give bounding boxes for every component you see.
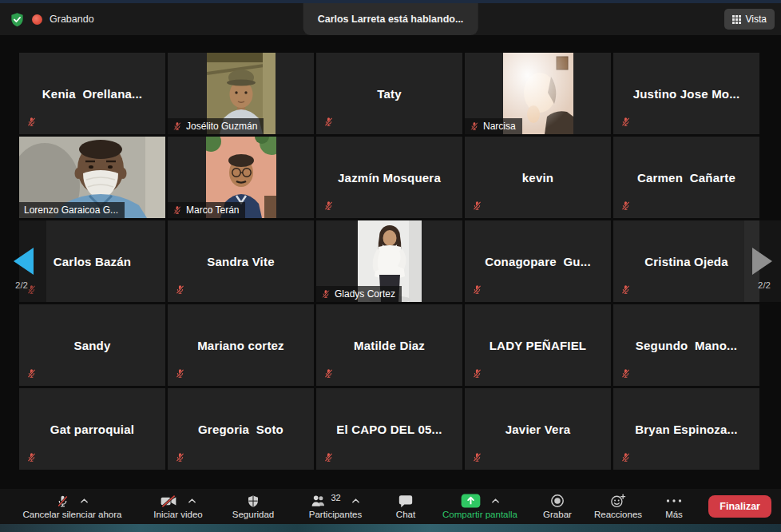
view-button[interactable]: Vista (724, 9, 775, 30)
reactions-button[interactable]: Reacciones (584, 489, 652, 524)
record-button[interactable]: Grabar (531, 489, 584, 524)
participant-label: Lorenzo Garaicoa G... (19, 202, 125, 218)
participant-tile[interactable]: Bryan Espinoza... (613, 388, 759, 470)
participant-name: Cristina Ojeda (613, 220, 759, 302)
participant-name: Josélito Guzmán (186, 121, 257, 132)
participant-tile[interactable]: Gat parroquial (19, 388, 165, 470)
audio-options-chevron[interactable] (80, 498, 89, 504)
muted-mic-icon (175, 452, 185, 463)
more-label: Más (665, 510, 683, 520)
participant-tile[interactable]: Marco Terán (168, 137, 314, 218)
participant-name: Sandra Vite (168, 220, 314, 302)
muted-mic-icon (172, 205, 182, 215)
muted-mic-icon (472, 452, 482, 463)
participant-name: Matilde Diaz (316, 304, 462, 386)
participant-tile[interactable]: Sandra Vite (168, 220, 314, 302)
active-speaker-banner: Carlos Larreta está hablando... (303, 3, 478, 35)
participant-tile[interactable]: Lorenzo Garaicoa G... (19, 137, 165, 218)
muted-mic-icon (26, 117, 37, 127)
muted-mic-icon (620, 452, 631, 463)
participants-label: Participantes (309, 510, 362, 520)
participant-name: Kenia Orellana... (19, 53, 165, 134)
muted-mic-icon (472, 368, 482, 379)
share-screen-icon (461, 494, 481, 508)
participant-tile[interactable]: kevin (465, 137, 611, 218)
participant-name: Lorenzo Garaicoa G... (24, 204, 118, 216)
unmute-label: Cancelar silenciar ahora (22, 510, 121, 520)
view-button-label: Vista (746, 14, 767, 25)
participant-tile[interactable]: Justino Jose Mo... (613, 53, 759, 134)
participant-label: Narcisa (465, 118, 522, 134)
participant-name: Bryan Espinoza... (613, 388, 759, 470)
more-button[interactable]: Más (652, 489, 696, 524)
record-icon (550, 494, 565, 508)
muted-mic-icon (26, 452, 37, 463)
participant-name: Justino Jose Mo... (613, 53, 759, 134)
participant-tile[interactable]: Sandy (19, 304, 165, 386)
participant-label: Josélito Guzmán (168, 118, 264, 134)
muted-mic-icon (175, 368, 185, 379)
recording-status: Grabando (10, 3, 94, 35)
participant-tile[interactable]: El CAPO DEL 05... (316, 388, 462, 470)
participant-tile[interactable]: Conagopare Gu... (465, 220, 611, 302)
participant-name: LADY PEÑAFIEL (465, 304, 611, 386)
participant-tile[interactable]: Gladys Cortez (316, 220, 462, 302)
participant-name: Narcisa (483, 121, 516, 132)
start-video-label: Iniciar video (153, 510, 202, 520)
muted-mic-icon (620, 117, 631, 127)
participants-options-chevron[interactable] (351, 498, 360, 504)
participant-tile[interactable]: Cristina Ojeda (613, 220, 759, 302)
share-options-chevron[interactable] (491, 498, 500, 504)
chat-label: Chat (396, 510, 415, 520)
participant-tile[interactable]: LADY PEÑAFIEL (465, 304, 611, 386)
participant-tile[interactable]: Kenia Orellana... (19, 53, 165, 134)
muted-mic-icon (323, 452, 334, 463)
video-options-chevron[interactable] (188, 498, 196, 504)
participant-name: Carmen Cañarte (613, 137, 759, 218)
muted-mic-icon (26, 368, 37, 379)
participants-button[interactable]: 32 Participantes (288, 489, 383, 524)
muted-mic-icon (56, 494, 69, 508)
muted-mic-icon (472, 200, 482, 211)
previous-page-arrow[interactable] (14, 248, 34, 275)
share-screen-button[interactable]: Compartir pantalla (429, 489, 531, 524)
participant-tile[interactable]: Javier Vera (465, 388, 611, 470)
muted-mic-icon (323, 200, 334, 211)
reactions-icon (610, 494, 626, 508)
desktop-edge-bottom (0, 524, 781, 532)
participant-tile[interactable]: Narcisa (465, 53, 611, 134)
reactions-label: Reacciones (594, 510, 642, 520)
participant-label: Marco Terán (168, 202, 245, 218)
participant-tile[interactable]: Segundo Mano... (613, 304, 759, 386)
grid-view-icon (732, 15, 741, 24)
muted-mic-icon (620, 200, 631, 211)
muted-mic-icon (620, 368, 631, 379)
record-label: Grabar (543, 510, 572, 520)
unmute-button[interactable]: Cancelar silenciar ahora (6, 489, 138, 524)
participant-name: Jazmín Mosquera (316, 137, 462, 218)
security-button[interactable]: Seguridad (218, 489, 288, 524)
participant-tile[interactable]: Taty (316, 53, 462, 134)
start-video-button[interactable]: Iniciar video (138, 489, 218, 524)
chat-button[interactable]: Chat (383, 489, 429, 524)
participant-name: Segundo Mano... (613, 304, 759, 386)
participant-tile[interactable]: Gregoria Soto (168, 388, 314, 470)
participant-tile[interactable]: Matilde Diaz (316, 304, 462, 386)
participant-tile[interactable]: Mariano cortez (168, 304, 314, 386)
participant-tile[interactable]: Jazmín Mosquera (316, 137, 462, 218)
meeting-toolbar: Cancelar silenciar ahora Iniciar video (0, 489, 781, 524)
page-indicator-left: 2/2 (15, 280, 28, 290)
end-meeting-button[interactable]: Finalizar (708, 495, 771, 518)
recording-label: Grabando (50, 14, 94, 25)
next-page-arrow[interactable] (752, 248, 772, 275)
security-label: Seguridad (232, 510, 274, 520)
muted-mic-icon (620, 284, 631, 295)
participant-tile[interactable]: Josélito Guzmán (168, 53, 314, 134)
participant-tile[interactable]: Carmen Cañarte (613, 137, 759, 218)
muted-mic-icon (175, 284, 185, 295)
muted-mic-icon (472, 284, 482, 295)
recording-indicator-dot (32, 14, 42, 25)
muted-mic-icon (321, 289, 331, 299)
more-dots-icon (666, 498, 682, 503)
muted-mic-icon (172, 121, 182, 131)
